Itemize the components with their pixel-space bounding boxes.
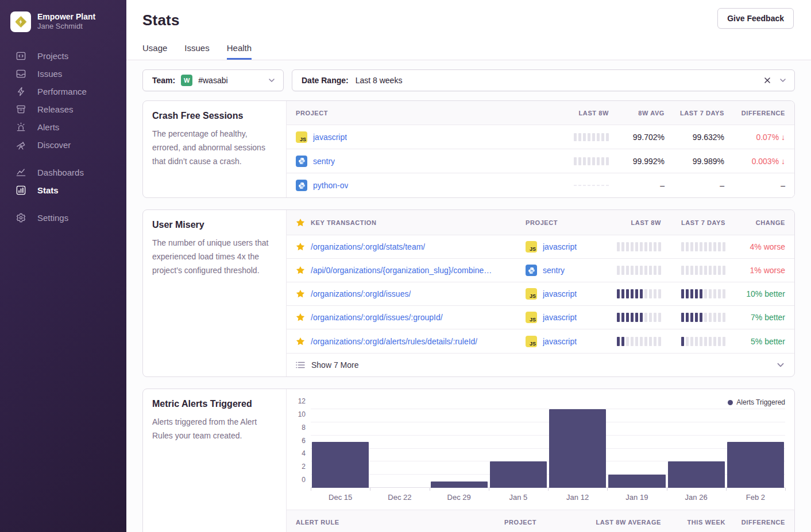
column-header-difference: DIFFERENCE [724,110,794,117]
project-link[interactable]: python-ov [313,181,348,190]
sparkline-bar [704,242,707,251]
chevron-down-icon[interactable] [776,360,785,370]
discover-icon [15,139,26,151]
sparkline [617,289,661,298]
sidebar-item-projects[interactable]: Projects [10,47,126,65]
key-transaction-cell: /organizations/:orgId/issues/:groupId/ [287,313,526,322]
sidebar-item-label: Alerts [37,122,59,132]
nav-group-2: Settings [10,209,126,227]
sidebar-item-alerts[interactable]: Alerts [10,118,126,136]
difference-cell: 0.003% ↓ [724,157,794,166]
transaction-link[interactable]: /api/0/organizations/{organization_slug}… [311,266,492,275]
sparkline-bar [695,337,698,346]
star-icon [296,242,305,251]
sparkline-bar [644,266,647,275]
x-axis-tick [785,488,786,491]
y-axis-tick-label: 10 [298,410,306,418]
key-transaction-cell: /organizations/:orgId/issues/ [287,289,526,298]
sparkline-bar [649,313,652,322]
chart-legend: Alerts Triggered [728,398,785,406]
panel-description: Alerts triggered from the Alert Rules yo… [152,415,277,442]
chart-bar [549,409,606,488]
sparkline-bar [709,242,712,251]
stats-icon [15,185,26,196]
8w-avg-cell: 99.992% [609,157,665,166]
project-link[interactable]: javascript [313,133,347,142]
sidebar-item-releases[interactable]: Releases [10,100,126,118]
project-link[interactable]: javascript [543,242,577,251]
table-header: PROJECT LAST 8W 8W AVG LAST 7 DAYS DIFFE… [287,101,794,125]
column-header-this-week: THIS WEEK [661,519,725,526]
sparkline-bar [686,289,689,298]
y-axis-tick-label: 12 [298,397,306,405]
last-7-days-cell [661,242,725,251]
8w-avg-cell: – [609,181,665,190]
project-cell: python-ov [287,180,534,191]
transaction-link[interactable]: /organizations/:orgId/stats/team/ [311,242,425,251]
project-cell: JSjavascript [526,288,588,300]
sparkline-bar [649,266,652,275]
project-link[interactable]: javascript [543,337,577,346]
sparkline-bar [617,337,620,346]
close-icon[interactable] [763,76,771,84]
tab-issues[interactable]: Issues [184,43,209,60]
x-axis-tick [548,488,549,491]
sidebar-item-dashboards[interactable]: Dashboards [10,164,126,181]
sparkline-bar [578,157,581,165]
sparkline [574,185,609,186]
tab-health[interactable]: Health [227,43,252,60]
sparkline-bar [640,337,643,346]
y-axis-tick-label: 2 [302,463,306,471]
sparkline-bar [631,313,634,322]
last-7-days-cell [661,266,725,275]
sparkline-bar [574,185,577,186]
difference-cell: – [724,181,794,190]
last-7-days-cell: 99.632% [665,133,724,142]
team-select[interactable]: Team: W #wasabi [142,69,284,91]
x-axis-label: Jan 5 [489,493,548,502]
sparkline-bar [704,289,707,298]
sidebar-item-settings[interactable]: Settings [10,209,126,227]
sparkline-bar [700,242,702,251]
gridline [311,435,785,436]
project-link[interactable]: sentry [313,157,335,166]
tab-usage[interactable]: Usage [142,43,167,60]
sparkline-bar [695,242,698,251]
column-header-last-7-days: LAST 7 DAYS [665,110,724,117]
sidebar-item-issues[interactable]: Issues [10,65,126,83]
sidebar-item-stats[interactable]: Stats [10,181,126,199]
content: Team: W #wasabi Date Range: Last 8 weeks [126,60,811,532]
org-switcher[interactable]: Empower Plant Jane Schmidt [10,11,126,32]
sparkline-bar [681,289,684,298]
sparkline-bar [644,242,647,251]
javascript-platform-icon: JS [526,312,537,323]
transaction-link[interactable]: /organizations/:orgId/alerts/rules/detai… [311,337,477,346]
sparkline [681,289,725,298]
project-link[interactable]: sentry [543,266,565,275]
sparkline-bar [574,157,577,165]
user-misery-table: KEY TRANSACTION PROJECT LAST 8W LAST 7 D… [287,210,794,376]
alerts-triggered-chart: Alerts Triggered 024681012 Dec 15Dec 22D… [287,389,794,510]
show-more-button[interactable]: Show 7 More [287,353,794,376]
sparkline-bar [631,289,634,298]
sparkline [681,337,725,346]
last-7-days-cell: 99.989% [665,157,724,166]
sparkline-bar [626,266,629,275]
project-link[interactable]: javascript [543,313,577,322]
sidebar-item-performance[interactable]: Performance [10,83,126,100]
gridline [311,422,785,422]
table-row: /organizations/:orgId/stats/team/JSjavas… [287,235,794,259]
sparkline-bar [718,289,721,298]
project-link[interactable]: javascript [543,289,577,298]
date-range-select[interactable]: Date Range: Last 8 weeks [292,69,795,91]
last-8w-cell [588,313,661,322]
x-axis-tick [430,488,430,491]
sidebar-item-discover[interactable]: Discover [10,136,126,154]
transaction-link[interactable]: /organizations/:orgId/issues/:groupId/ [311,313,443,322]
sidebar-item-label: Stats [37,185,59,195]
transaction-link[interactable]: /organizations/:orgId/issues/ [311,289,411,298]
performance-icon [15,86,26,98]
sparkline-bar [640,242,643,251]
sparkline-bar [690,242,693,251]
give-feedback-button[interactable]: Give Feedback [717,8,794,29]
